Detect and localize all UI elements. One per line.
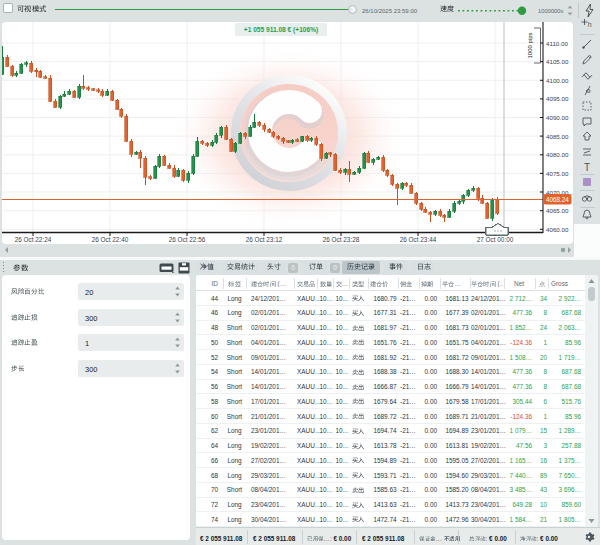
svg-text:4065.00: 4065.00: [546, 207, 569, 214]
svg-text:4075.00: 4075.00: [546, 170, 569, 177]
svg-text:4105.00: 4105.00: [546, 58, 569, 65]
svg-text:26 Oct 22:40: 26 Oct 22:40: [92, 236, 129, 243]
svg-text:4085.00: 4085.00: [546, 133, 569, 140]
svg-text:4090.00: 4090.00: [546, 114, 569, 121]
svg-text:4080.00: 4080.00: [546, 151, 569, 158]
svg-text:4110.00: 4110.00: [546, 40, 568, 47]
svg-text:4060.00: 4060.00: [546, 226, 569, 233]
svg-text:26 Oct 23:28: 26 Oct 23:28: [323, 236, 360, 243]
svg-text:26 Oct 22:24: 26 Oct 22:24: [15, 236, 52, 243]
svg-text:26 Oct 23:44: 26 Oct 23:44: [400, 236, 437, 243]
svg-text:27 Oct 00:00: 27 Oct 00:00: [477, 236, 514, 243]
svg-text:1000 pips: 1000 pips: [527, 32, 533, 58]
svg-text:26 Oct 22:56: 26 Oct 22:56: [169, 236, 206, 243]
svg-text:4068.24: 4068.24: [546, 196, 569, 203]
svg-text:T: T: [584, 162, 590, 173]
svg-text:4095.00: 4095.00: [546, 95, 569, 102]
svg-text:4100.00: 4100.00: [546, 77, 569, 84]
svg-text:h: h: [588, 21, 592, 28]
svg-text:26 Oct 23:12: 26 Oct 23:12: [246, 236, 283, 243]
